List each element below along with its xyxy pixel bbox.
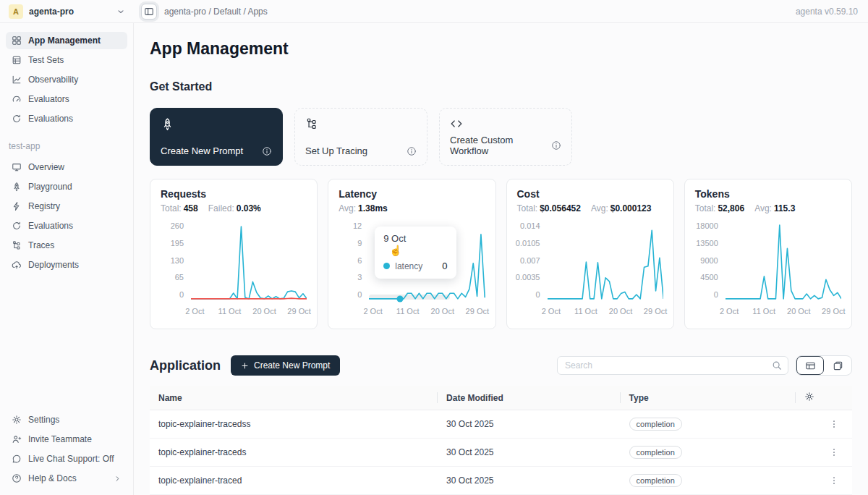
axis-tick: 260 — [171, 222, 184, 230]
tokens-chart-card: Tokens Total:52,806 Avg:115.3 1800013500… — [684, 179, 852, 329]
create-new-prompt-button[interactable]: Create New Prompt — [231, 355, 340, 376]
table-row[interactable]: topic-explainer-tracedss 30 Oct 2025 com… — [150, 410, 852, 439]
chart-plot[interactable] — [726, 224, 841, 300]
chart-line-svg — [548, 224, 663, 300]
info-icon[interactable] — [262, 146, 272, 156]
search-input[interactable] — [558, 360, 766, 371]
create-custom-workflow-card[interactable]: Create Custom Workflow — [439, 108, 572, 166]
stat-value: 1.38ms — [358, 203, 388, 213]
chart-title: Latency — [339, 188, 485, 200]
sidebar-collapse-button[interactable] — [141, 4, 157, 20]
app-name[interactable]: topic-explainer-traced — [150, 467, 438, 495]
set-up-tracing-card[interactable]: Set Up Tracing — [294, 108, 427, 166]
card-view-button[interactable] — [824, 356, 851, 375]
hand-cursor-icon: ☝ — [389, 245, 447, 256]
axis-tick: 0.007 — [520, 257, 540, 265]
stat-value: $0.000123 — [610, 203, 652, 213]
column-header-name[interactable]: Name — [150, 386, 438, 410]
gear-icon — [804, 392, 814, 402]
sidebar-item-label: Settings — [28, 415, 59, 425]
sidebar-item-test-sets[interactable]: Test Sets — [6, 51, 127, 69]
sidebar-item-invite-teammate[interactable]: Invite Teammate — [6, 431, 127, 448]
table-row[interactable]: topic-explainer-traced 30 Oct 2025 compl… — [150, 467, 852, 495]
app-name[interactable]: topic-explainer-tracedss — [150, 410, 438, 439]
stat-label: Avg: — [591, 203, 608, 213]
axis-tick: 2 Oct — [185, 307, 204, 316]
main-content: App Management Get Started Create New Pr… — [134, 23, 868, 495]
chart-line-svg — [726, 224, 841, 300]
chart-stats: Avg:1.38ms — [339, 203, 485, 213]
chart-plot[interactable] — [191, 224, 307, 300]
workspace-selector[interactable]: A agenta-pro — [0, 4, 134, 19]
app-type-badge: completion — [629, 446, 682, 459]
button-label: Create New Prompt — [254, 360, 330, 371]
cost-chart-card: Cost Total:$0.056452 Avg:$0.000123 0.014… — [506, 179, 674, 329]
requests-chart-card: Requests Total:458 Failed:0.03% 26019513… — [150, 179, 318, 329]
axis-tick: 2 Oct — [542, 307, 561, 316]
sidebar-item-playground[interactable]: Playground — [6, 178, 127, 195]
sidebar-item-overview[interactable]: Overview — [6, 158, 127, 176]
column-header-type[interactable]: Type — [621, 386, 796, 410]
sidebar-item-live-chat-support[interactable]: Live Chat Support: Off — [6, 450, 127, 468]
sidebar-item-evaluations[interactable]: Evaluations — [6, 110, 127, 127]
sidebar-item-label: Observability — [28, 75, 78, 85]
latency-chart-card: Latency Avg:1.38ms 129630 9 Oct ☝ latenc — [328, 179, 495, 329]
sidebar-item-app-evaluations[interactable]: Evaluations — [6, 217, 127, 234]
axis-tick: 29 Oct — [466, 307, 489, 316]
row-menu-button[interactable] — [804, 447, 843, 457]
axis-tick: 0 — [357, 291, 362, 299]
tooltip-date: 9 Oct — [383, 233, 447, 244]
row-menu-button[interactable] — [804, 419, 843, 429]
column-header-date-modified[interactable]: Date Modified — [438, 386, 620, 410]
get-started-title: Get Started — [150, 80, 852, 93]
sidebar-item-label: Deployments — [28, 260, 79, 270]
plus-icon — [241, 362, 249, 370]
sidebar-item-traces[interactable]: Traces — [6, 237, 127, 254]
sidebar-item-observability[interactable]: Observability — [6, 71, 127, 88]
sidebar-item-settings[interactable]: Settings — [6, 411, 127, 428]
axis-tick: 18000 — [696, 222, 718, 230]
sidebar-item-registry[interactable]: Registry — [6, 198, 127, 215]
page-title: App Management — [150, 39, 852, 59]
search-button[interactable] — [766, 357, 788, 374]
app-name[interactable]: topic-explainer-traceds — [150, 439, 438, 467]
sidebar-item-label: Evaluations — [28, 221, 73, 231]
chart-plot[interactable]: 9 Oct ☝ latency 0 — [369, 224, 485, 300]
card-view-icon — [833, 360, 843, 371]
sidebar: App Management Test Sets Observability E… — [0, 23, 134, 495]
axis-tick: 11 Oct — [218, 307, 242, 316]
app-type-badge: completion — [629, 474, 682, 487]
sidebar-item-label: Registry — [28, 201, 60, 211]
chevron-down-icon[interactable] — [116, 7, 125, 16]
chart-plot[interactable] — [548, 224, 663, 300]
table-view-button[interactable] — [796, 356, 824, 375]
row-menu-button[interactable] — [804, 475, 843, 486]
sidebar-item-help-docs[interactable]: Help & Docs — [6, 470, 127, 487]
column-settings-header[interactable] — [796, 386, 852, 410]
get-started-cards: Create New Prompt Set Up Tracing Create … — [150, 108, 852, 166]
create-new-prompt-card[interactable]: Create New Prompt — [150, 108, 283, 166]
app-date-modified: 30 Oct 2025 — [438, 467, 620, 495]
breadcrumb[interactable]: agenta-pro / Default / Apps — [164, 7, 268, 17]
table-row[interactable]: topic-explainer-traceds 30 Oct 2025 comp… — [150, 439, 852, 467]
axis-tick: 11 Oct — [574, 307, 597, 316]
trace-tree-icon — [12, 240, 22, 250]
grid-icon — [12, 35, 22, 46]
axis-tick: 11 Oct — [752, 307, 775, 316]
info-icon[interactable] — [551, 140, 561, 151]
chat-bubble-icon — [12, 454, 22, 464]
refresh-circle-icon — [12, 221, 22, 231]
axis-tick: 0 — [535, 291, 540, 299]
sidebar-item-evaluators[interactable]: Evaluators — [6, 90, 127, 108]
axis-tick: 0 — [714, 291, 718, 299]
sidebar-item-deployments[interactable]: Deployments — [6, 256, 127, 274]
sidebar-item-label: App Management — [28, 35, 101, 46]
info-icon[interactable] — [407, 146, 417, 156]
sidebar-item-app-management[interactable]: App Management — [6, 32, 127, 49]
table-view-icon — [805, 360, 816, 371]
stat-label: Avg: — [339, 203, 356, 213]
axis-tick: 9000 — [700, 257, 718, 265]
search-box — [557, 356, 788, 375]
x-axis: 2 Oct11 Oct20 Oct29 Oct — [548, 307, 663, 316]
app-date-modified: 30 Oct 2025 — [438, 410, 620, 439]
